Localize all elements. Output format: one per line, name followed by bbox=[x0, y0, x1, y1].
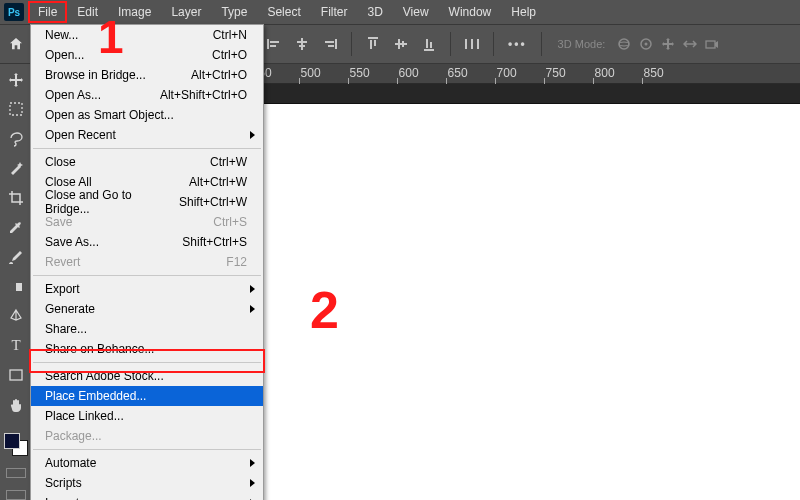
separator bbox=[351, 32, 352, 56]
menu-layer[interactable]: Layer bbox=[161, 1, 211, 23]
svg-rect-13 bbox=[398, 39, 400, 49]
menu-item-search-adobe-stock[interactable]: Search Adobe Stock... bbox=[31, 366, 263, 386]
svg-rect-20 bbox=[477, 39, 479, 49]
menu-item-label: Open as Smart Object... bbox=[45, 108, 174, 122]
align-top-button[interactable] bbox=[362, 33, 384, 55]
tools-panel: T bbox=[0, 64, 32, 500]
app-logo: Ps bbox=[4, 3, 24, 21]
svg-rect-1 bbox=[270, 41, 279, 43]
menu-item-label: Share on Behance... bbox=[45, 342, 154, 356]
svg-rect-10 bbox=[370, 40, 372, 49]
menu-item-place-linked[interactable]: Place Linked... bbox=[31, 406, 263, 426]
gradient-tool[interactable] bbox=[4, 275, 28, 299]
separator bbox=[493, 32, 494, 56]
menu-item-export[interactable]: Export bbox=[31, 279, 263, 299]
3d-orbit-icon[interactable] bbox=[617, 37, 631, 51]
menu-item-open-as-smart-object[interactable]: Open as Smart Object... bbox=[31, 105, 263, 125]
menu-item-label: Package... bbox=[45, 429, 102, 443]
menu-item-place-embedded[interactable]: Place Embedded... bbox=[31, 386, 263, 406]
distribute-h-button[interactable] bbox=[461, 33, 483, 55]
menu-item-save-as[interactable]: Save As...Shift+Ctrl+S bbox=[31, 232, 263, 252]
menu-3d[interactable]: 3D bbox=[357, 1, 392, 23]
align-center-h-button[interactable] bbox=[291, 33, 313, 55]
svg-rect-16 bbox=[426, 39, 428, 48]
lasso-tool[interactable] bbox=[4, 127, 28, 151]
menu-item-label: Search Adobe Stock... bbox=[45, 369, 164, 383]
svg-rect-0 bbox=[267, 39, 269, 49]
menu-filter[interactable]: Filter bbox=[311, 1, 358, 23]
move-tool[interactable] bbox=[4, 68, 28, 92]
pen-tool[interactable] bbox=[4, 305, 28, 329]
menu-item-share[interactable]: Share... bbox=[31, 319, 263, 339]
color-swatches[interactable] bbox=[4, 433, 28, 457]
menu-item-label: Close bbox=[45, 155, 76, 169]
menu-item-close[interactable]: CloseCtrl+W bbox=[31, 152, 263, 172]
svg-point-24 bbox=[645, 43, 648, 46]
3d-roll-icon[interactable] bbox=[639, 37, 653, 51]
svg-rect-5 bbox=[299, 45, 305, 47]
3d-camera-icon[interactable] bbox=[705, 37, 719, 51]
annotation-number-2: 2 bbox=[310, 280, 339, 340]
menu-item-label: Save As... bbox=[45, 235, 99, 249]
svg-rect-6 bbox=[335, 39, 337, 49]
crop-tool[interactable] bbox=[4, 186, 28, 210]
align-bottom-button[interactable] bbox=[418, 33, 440, 55]
menu-item-automate[interactable]: Automate bbox=[31, 453, 263, 473]
menu-file[interactable]: File bbox=[28, 1, 67, 23]
eyedropper-tool[interactable] bbox=[4, 216, 28, 240]
menu-item-scripts[interactable]: Scripts bbox=[31, 473, 263, 493]
svg-rect-19 bbox=[471, 39, 473, 49]
svg-rect-25 bbox=[706, 41, 715, 48]
rectangle-tool[interactable] bbox=[4, 364, 28, 388]
screen-mode-toggle[interactable] bbox=[6, 490, 26, 500]
menu-item-new[interactable]: New...Ctrl+N bbox=[31, 25, 263, 45]
file-menu-dropdown: New...Ctrl+NOpen...Ctrl+OBrowse in Bridg… bbox=[30, 24, 264, 500]
menu-item-label: Automate bbox=[45, 456, 96, 470]
separator bbox=[450, 32, 451, 56]
menu-item-shortcut: Shift+Ctrl+S bbox=[182, 235, 247, 249]
3d-mode-label: 3D Mode: bbox=[552, 38, 612, 50]
svg-rect-26 bbox=[10, 103, 22, 115]
svg-rect-12 bbox=[395, 43, 407, 45]
menu-item-shortcut: Shift+Ctrl+W bbox=[179, 195, 247, 209]
menu-type[interactable]: Type bbox=[211, 1, 257, 23]
svg-rect-11 bbox=[374, 40, 376, 46]
brush-tool[interactable] bbox=[4, 245, 28, 269]
align-right-button[interactable] bbox=[319, 33, 341, 55]
hand-tool[interactable] bbox=[4, 393, 28, 417]
3d-slide-icon[interactable] bbox=[683, 37, 697, 51]
menu-item-import[interactable]: Import bbox=[31, 493, 263, 500]
svg-rect-18 bbox=[465, 39, 467, 49]
align-left-button[interactable] bbox=[263, 33, 285, 55]
menu-item-open-as[interactable]: Open As...Alt+Shift+Ctrl+O bbox=[31, 85, 263, 105]
menu-item-label: New... bbox=[45, 28, 78, 42]
menu-item-browse-in-bridge[interactable]: Browse in Bridge...Alt+Ctrl+O bbox=[31, 65, 263, 85]
menu-separator bbox=[33, 275, 261, 276]
menu-item-close-and-go-to-bridge[interactable]: Close and Go to Bridge...Shift+Ctrl+W bbox=[31, 192, 263, 212]
menu-item-label: Open Recent bbox=[45, 128, 116, 142]
menu-item-generate[interactable]: Generate bbox=[31, 299, 263, 319]
quick-mask-toggle[interactable] bbox=[6, 468, 26, 478]
menu-item-open-recent[interactable]: Open Recent bbox=[31, 125, 263, 145]
menu-select[interactable]: Select bbox=[257, 1, 310, 23]
menu-window[interactable]: Window bbox=[439, 1, 502, 23]
menu-item-share-on-behance[interactable]: Share on Behance... bbox=[31, 339, 263, 359]
menu-item-label: Browse in Bridge... bbox=[45, 68, 146, 82]
menu-item-save: SaveCtrl+S bbox=[31, 212, 263, 232]
magic-wand-tool[interactable] bbox=[4, 157, 28, 181]
home-icon[interactable] bbox=[6, 34, 26, 54]
svg-rect-8 bbox=[328, 45, 334, 47]
menu-view[interactable]: View bbox=[393, 1, 439, 23]
type-tool[interactable]: T bbox=[4, 334, 28, 358]
menu-item-label: Place Linked... bbox=[45, 409, 124, 423]
menu-separator bbox=[33, 148, 261, 149]
3d-pan-icon[interactable] bbox=[661, 37, 675, 51]
menu-separator bbox=[33, 362, 261, 363]
more-options-button[interactable]: ••• bbox=[504, 37, 531, 51]
align-center-v-button[interactable] bbox=[390, 33, 412, 55]
menu-item-open[interactable]: Open...Ctrl+O bbox=[31, 45, 263, 65]
menu-item-label: Close All bbox=[45, 175, 92, 189]
foreground-color-swatch[interactable] bbox=[4, 433, 20, 449]
marquee-tool[interactable] bbox=[4, 98, 28, 122]
menu-help[interactable]: Help bbox=[501, 1, 546, 23]
